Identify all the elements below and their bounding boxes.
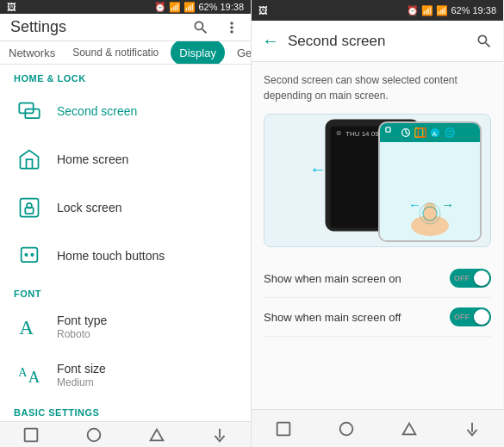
lock-screen-text: Lock screen <box>57 201 237 214</box>
svg-point-7 <box>31 254 33 256</box>
font-size-icon: AA <box>14 359 45 390</box>
toggle-show-on[interactable]: OFF ON <box>450 269 491 288</box>
svg-point-22 <box>445 128 455 138</box>
description-text: Second screen can show selected content … <box>264 72 491 103</box>
svg-point-30 <box>339 422 352 435</box>
tab-display[interactable]: Display <box>171 41 225 65</box>
toggle-show-off-row: Show when main screen off OFF ON <box>264 298 491 337</box>
svg-text:A: A <box>28 369 40 387</box>
wifi-icon: 📶 <box>169 2 181 13</box>
font-type-text: Font type Roboto <box>57 314 237 340</box>
left-panel: 🖼 ⏰ 📶 📶 62% 19:38 Settings Networks Soun… <box>0 0 252 447</box>
toggle-off-off-text: OFF <box>454 313 470 321</box>
left-header-icons <box>192 19 240 36</box>
section-home-lock: HOME & LOCK <box>0 65 251 87</box>
toggle-show-off[interactable]: OFF ON <box>450 307 491 326</box>
back-arrow-left-icon: ← <box>309 159 327 179</box>
second-screen-illustration: ⚙ THU 14 09:38 PM ▐ ← A <box>264 114 491 247</box>
alarm-icon: ⏰ <box>154 2 166 13</box>
left-header: Settings <box>0 14 251 41</box>
right-nav-square-btn[interactable] <box>271 417 296 441</box>
font-size-item[interactable]: AA Font size Medium <box>0 351 251 399</box>
toggle-on-off-text: OFF <box>454 274 470 282</box>
section-basic: BASIC SETTINGS <box>0 399 251 421</box>
font-type-item[interactable]: A Font type Roboto <box>0 302 251 351</box>
right-panel: 🖼 ⏰ 📶 📶 62% 19:38 ← Second screen Second… <box>252 0 503 447</box>
tab-networks[interactable]: Networks <box>0 41 64 65</box>
battery-text: 62% <box>198 2 217 12</box>
home-screen-item[interactable]: Home screen <box>0 135 251 183</box>
svg-rect-29 <box>277 422 289 435</box>
right-content: Second screen can show selected content … <box>252 62 503 409</box>
second-screen-item[interactable]: Second screen <box>0 87 251 135</box>
search-button[interactable] <box>192 19 209 36</box>
left-header-title: Settings <box>10 18 192 36</box>
right-nav-triangle-btn[interactable] <box>397 417 421 441</box>
svg-rect-18 <box>415 128 423 138</box>
toggle-on-thumb <box>474 270 489 286</box>
right-search-button[interactable] <box>476 33 493 50</box>
back-button[interactable]: ← <box>262 31 279 51</box>
right-header: ← Second screen <box>252 21 503 62</box>
svg-rect-0 <box>19 103 33 114</box>
home-touch-title: Home touch buttons <box>57 249 237 263</box>
second-screen-icon <box>14 96 45 127</box>
right-nav-down-btn[interactable] <box>460 417 484 441</box>
phone-front-top: A <box>380 123 480 142</box>
left-time: 19:38 <box>220 2 244 12</box>
left-status-icons: ⏰ 📶 📶 62% 19:38 <box>154 2 244 13</box>
svg-rect-19 <box>418 128 426 138</box>
home-touch-item[interactable]: Home touch buttons <box>0 232 251 280</box>
right-signal-icon: 📶 <box>436 5 448 16</box>
front-arrow-left-icon: ← <box>408 197 421 212</box>
font-type-title: Font type <box>57 314 237 327</box>
right-notification-icon: 🖼 <box>258 5 268 16</box>
right-alarm-icon: ⏰ <box>407 5 419 16</box>
lock-screen-item[interactable]: Lock screen <box>0 183 251 232</box>
home-screen-title: Home screen <box>57 152 237 166</box>
font-size-title: Font size <box>57 362 237 376</box>
svg-rect-14 <box>386 127 390 132</box>
svg-rect-11 <box>25 428 38 441</box>
font-type-subtitle: Roboto <box>57 328 237 340</box>
signal-icon: 📶 <box>184 2 196 13</box>
svg-point-12 <box>88 428 101 441</box>
toggle-off-thumb <box>474 309 489 325</box>
nav-down-btn[interactable] <box>208 423 232 447</box>
font-size-text: Font size Medium <box>57 362 237 388</box>
home-screen-icon <box>14 144 45 175</box>
right-bottom-nav <box>252 409 503 447</box>
svg-rect-5 <box>22 248 38 262</box>
toggle-show-off-label: Show when main screen off <box>264 311 450 324</box>
more-button[interactable] <box>223 19 240 36</box>
svg-text:A: A <box>19 317 34 339</box>
nav-square-btn[interactable] <box>19 423 43 447</box>
second-screen-text: Second screen <box>57 104 237 118</box>
phone-front-body <box>380 142 480 240</box>
right-time: 19:38 <box>472 5 496 16</box>
tab-sound[interactable]: Sound & notificatio <box>64 41 167 65</box>
left-bottom-nav <box>0 421 251 447</box>
section-font: FONT <box>0 280 251 302</box>
toggle-show-on-row: Show when main screen on OFF ON <box>264 259 491 298</box>
home-touch-icon <box>14 240 45 271</box>
right-header-title: Second screen <box>288 33 467 50</box>
settings-tabs: Networks Sound & notificatio Display Gen… <box>0 41 251 65</box>
right-status-icons: ⏰ 📶 📶 62% 19:38 <box>407 5 496 16</box>
svg-text:A: A <box>18 367 28 380</box>
svg-line-17 <box>406 133 408 134</box>
right-status-bar: 🖼 ⏰ 📶 📶 62% 19:38 <box>252 0 503 21</box>
nav-triangle-btn[interactable] <box>145 423 169 447</box>
home-screen-text: Home screen <box>57 152 237 166</box>
right-wifi-icon: 📶 <box>421 5 433 16</box>
svg-point-6 <box>25 254 27 256</box>
lock-screen-icon <box>14 192 45 223</box>
svg-marker-31 <box>402 423 415 434</box>
right-nav-circle-btn[interactable] <box>334 417 358 441</box>
phone-front: A <box>378 121 482 242</box>
nav-circle-btn[interactable] <box>82 423 106 447</box>
font-type-icon: A <box>14 311 45 342</box>
tab-general[interactable]: General <box>228 41 251 65</box>
left-status-bar: 🖼 ⏰ 📶 📶 62% 19:38 <box>0 0 251 14</box>
second-screen-title: Second screen <box>57 104 237 118</box>
